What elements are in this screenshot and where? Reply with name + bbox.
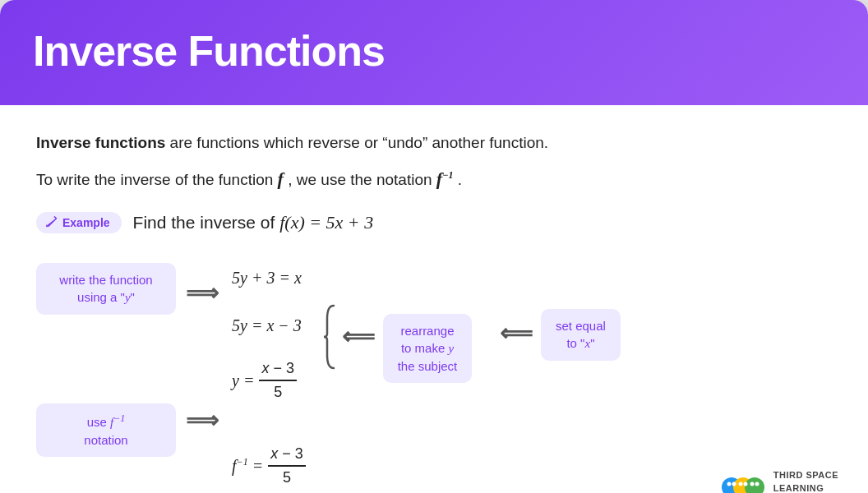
svg-point-7 [750, 481, 754, 486]
card: Inverse Functions Inverse functions are … [0, 0, 868, 493]
label-write-function-text: write the functionusing a "y" [59, 273, 152, 304]
label-use-notation: use f−1notation [36, 403, 176, 457]
example-label: Example [62, 216, 110, 229]
rearrange-line3: the subject [398, 359, 458, 373]
arrow-right-2: ⟹ [186, 407, 219, 434]
tsl-icon [721, 466, 765, 493]
page-title: Inverse Functions [33, 26, 835, 76]
fraction-finv: x − 3 5 [268, 444, 306, 488]
math-step-1: 5y + 3 = x [232, 261, 307, 294]
arrow-right-1: ⟹ [186, 279, 219, 306]
notation-text: To write the inverse of the function [36, 171, 278, 188]
label-write-function: write the functionusing a "y" [36, 263, 176, 315]
svg-point-4 [732, 481, 736, 486]
definition-bold: Inverse functions [36, 134, 165, 151]
brace-right-col: ⟸ rearrange to make y the subject ⟸ set … [319, 260, 473, 383]
step-row-2: ⟹ [176, 392, 229, 434]
f-inverse-symbol: f−1 [436, 168, 454, 189]
svg-point-8 [755, 481, 759, 486]
tsl-logo: THIRD SPACE LEARNING [721, 466, 838, 493]
rearrange-line1: rearrange [400, 324, 454, 338]
definition-rest: are functions which reverse or “undo” an… [165, 134, 548, 151]
right-label-set-equal: set equal to "x" [541, 309, 621, 361]
left-labels: write the functionusing a "y" use f−1not… [36, 253, 176, 457]
arrows-math-col: ⟹ ⟹ [176, 253, 229, 434]
example-text: Find the inverse of f(x) = 5x + 3 [133, 212, 374, 233]
content: Inverse functions are functions which re… [0, 105, 868, 493]
set-equal-line2: to "x" [566, 336, 594, 350]
tsl-text: THIRD SPACE LEARNING [773, 469, 838, 493]
notation-line: To write the inverse of the function f ,… [36, 164, 832, 194]
set-equal-line1: set equal [556, 319, 606, 333]
tsl-line2: LEARNING [773, 483, 824, 493]
right-label-rearrange: rearrange to make y the subject [383, 314, 473, 383]
math-step-2: 5y = x − 3 [232, 309, 307, 342]
example-row: Example Find the inverse of f(x) = 5x + … [36, 212, 832, 233]
pencil-icon [44, 216, 58, 229]
arrow-left-1: ⟸ [342, 323, 375, 350]
example-function: f(x) = 5x + 3 [279, 212, 373, 233]
tsl-line1: THIRD SPACE [773, 470, 838, 480]
notation-text2: , we use the notation [288, 171, 436, 188]
definition-text: Inverse functions are functions which re… [36, 131, 832, 155]
arrow-right-label-1-row: ⟸ set equal to "x" [500, 306, 621, 361]
svg-point-3 [727, 481, 731, 486]
math-expressions: 5y + 3 = x 5y = x − 3 y = x − 3 5 f−1 = … [232, 261, 307, 493]
step-row-1: ⟹ [176, 265, 229, 306]
notation-period: . [458, 171, 462, 188]
brace-row: ⟸ rearrange to make y the subject [319, 291, 473, 383]
header: Inverse Functions [0, 0, 868, 105]
math-step-4: f−1 = x − 3 5 [232, 439, 307, 493]
example-badge: Example [36, 212, 122, 233]
brace-icon [319, 304, 337, 370]
arrow-left-2: ⟸ [500, 320, 533, 347]
example-text-lead: Find the inverse of [133, 213, 280, 232]
f-symbol: f [278, 168, 284, 189]
svg-point-5 [738, 481, 742, 486]
math-step-3: y = x − 3 5 [232, 353, 307, 408]
steps-area: write the functionusing a "y" use f−1not… [36, 253, 832, 493]
fraction-y: x − 3 5 [259, 358, 297, 403]
label-use-notation-text: use f−1notation [84, 415, 127, 447]
svg-point-6 [743, 481, 747, 486]
